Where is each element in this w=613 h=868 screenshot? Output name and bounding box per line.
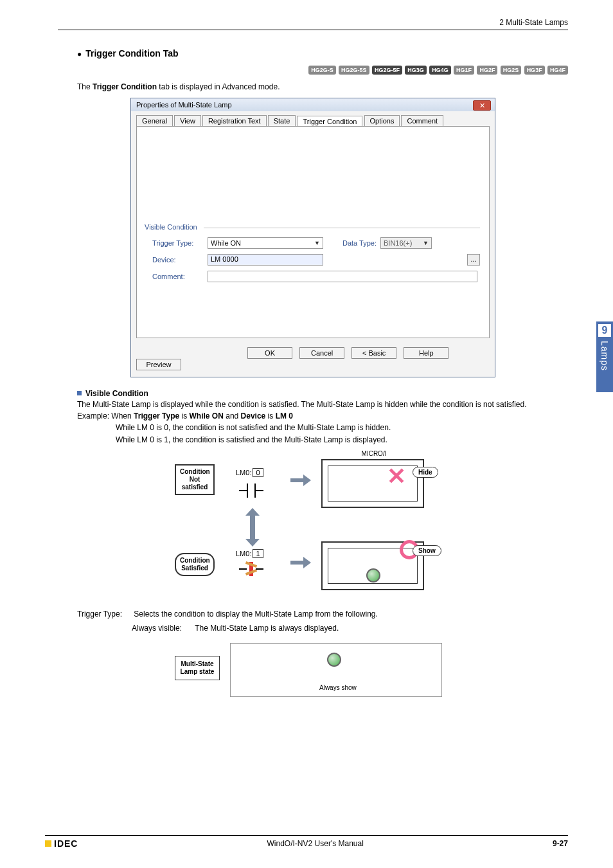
- trigger-type-term: Trigger Type:: [77, 610, 132, 619]
- microi-label: MICRO/I: [348, 450, 400, 457]
- fieldset-label: Visible Condition: [145, 223, 197, 231]
- properties-dialog: Properties of Multi-State Lamp ✕ General…: [130, 98, 495, 377]
- badge: HG3F: [524, 66, 545, 75]
- tab-options[interactable]: Options: [364, 115, 400, 126]
- lm0-0: LM0:0: [236, 468, 263, 477]
- arrow-right-icon: [290, 558, 310, 567]
- device-browse-button[interactable]: ...: [467, 254, 480, 266]
- chapter-side-tab: 9 Lamps: [596, 321, 613, 392]
- trigger-type-desc: Selects the condition to display the Mul…: [134, 610, 378, 619]
- device-label: Device:: [152, 256, 208, 264]
- basic-button[interactable]: < Basic: [351, 347, 396, 359]
- preview-button[interactable]: Preview: [136, 359, 181, 370]
- badge: HG4G: [429, 66, 451, 75]
- hide-bubble: Hide: [413, 467, 438, 478]
- badge: HG2G-S: [308, 66, 336, 75]
- chapter-number: 9: [598, 324, 611, 337]
- always-visible-def: Always visible: The Multi-State Lamp is …: [132, 624, 568, 633]
- always-show-caption: Always show: [319, 684, 357, 691]
- device-input[interactable]: LM 0000: [208, 254, 323, 266]
- badge: HG2S: [501, 66, 522, 75]
- always-visible-term: Always visible:: [132, 624, 193, 633]
- tab-comment[interactable]: Comment: [401, 115, 443, 126]
- show-bubble: Show: [413, 545, 441, 556]
- cancel-button[interactable]: Cancel: [299, 347, 344, 359]
- breadcrumb: 2 Multi-State Lamps: [58, 18, 568, 27]
- dialog-body: Visible Condition Trigger Type: While ON…: [136, 126, 490, 338]
- badge: HG2G-5F: [372, 66, 402, 75]
- comment-label: Comment:: [152, 273, 208, 280]
- example-line: Example: When Trigger Type is While ON a…: [77, 411, 568, 421]
- visible-condition-body: The Multi-State Lamp is displayed while …: [77, 399, 568, 410]
- up-down-arrow-icon: [245, 514, 260, 540]
- page-number: 9-27: [553, 839, 568, 848]
- ok-button[interactable]: OK: [247, 347, 292, 359]
- hmi-screen-top: [321, 459, 424, 508]
- always-visible-desc: The Multi-State Lamp is always displayed…: [195, 624, 339, 633]
- badge: HG2F: [477, 66, 497, 75]
- dialog-title: Properties of Multi-State Lamp: [136, 101, 232, 109]
- brand-logo: IDEC: [45, 838, 78, 849]
- intro-text: The Trigger Condition tab is displayed i…: [77, 82, 568, 91]
- dialog-button-row: OK Cancel < Basic Help Preview: [131, 343, 495, 377]
- chapter-label: Lamps: [600, 341, 610, 371]
- condition-satisfied-box: ConditionSatisfied: [175, 553, 215, 576]
- badge: HG1F: [454, 66, 474, 75]
- hide-x-icon: ✕: [387, 463, 406, 490]
- tab-general[interactable]: General: [136, 115, 173, 126]
- footer-center: WindO/I-NV2 User's Manual: [267, 839, 364, 848]
- visible-condition-heading: Visible Condition: [77, 389, 568, 398]
- multistate-lamp-state-box: Multi-StateLamp state: [175, 656, 220, 680]
- fieldset-line: [204, 228, 480, 228]
- example-line-3: While LM 0 is 1, the condition is satisf…: [116, 435, 568, 445]
- tab-registration-text[interactable]: Registration Text: [202, 115, 267, 126]
- square-bullet-icon: [77, 391, 82, 395]
- header-rule: [58, 30, 568, 30]
- tab-trigger-condition[interactable]: Trigger Condition: [297, 116, 362, 127]
- section-title-suffix: Tab: [161, 48, 179, 59]
- close-button[interactable]: ✕: [473, 100, 491, 111]
- trigger-type-label: Trigger Type:: [152, 239, 208, 247]
- chevron-down-icon: ▼: [314, 240, 320, 246]
- brand-square-icon: [45, 840, 51, 847]
- badge: HG2G-5S: [339, 66, 369, 75]
- tab-state[interactable]: State: [268, 115, 296, 126]
- section-title: Trigger Condition Tab: [77, 48, 568, 59]
- tab-view[interactable]: View: [174, 115, 201, 126]
- page-footer: IDEC WindO/I-NV2 User's Manual 9-27: [45, 835, 568, 849]
- comment-input[interactable]: [208, 271, 477, 282]
- badge: HG4F: [547, 66, 568, 75]
- chevron-down-icon: ▼: [423, 240, 429, 246]
- dialog-tabs: General View Registration Text State Tri…: [131, 111, 495, 126]
- trigger-type-select[interactable]: While ON▼: [208, 237, 323, 249]
- trigger-type-def: Trigger Type: Selects the condition to d…: [77, 610, 568, 619]
- dialog-titlebar: Properties of Multi-State Lamp ✕: [131, 98, 495, 111]
- section-title-bold: Trigger Condition: [85, 48, 161, 59]
- relay-open-icon: [239, 484, 265, 498]
- always-show-diagram: Multi-StateLamp state Always show: [175, 639, 451, 703]
- badge: HG3G: [405, 66, 427, 75]
- arrow-right-icon: [290, 476, 310, 485]
- example-line-2: While LM 0 is 0, the condition is not sa…: [116, 422, 568, 433]
- help-button[interactable]: Help: [404, 347, 449, 359]
- condition-diagram: MICRO/I ConditionNotsatisfied LM0:0 ✕ Hi…: [175, 451, 451, 599]
- data-type-label: Data Type:: [342, 239, 377, 247]
- model-badges: HG2G-S HG2G-5S HG2G-5F HG3G HG4G HG1F HG…: [58, 65, 568, 75]
- lamp-on-icon: [366, 568, 380, 583]
- lm0-1: LM0:1: [236, 549, 263, 558]
- lamp-on-icon: [327, 653, 341, 667]
- relay-closed-icon: [239, 562, 265, 576]
- condition-not-satisfied-box: ConditionNotsatisfied: [175, 464, 215, 495]
- data-type-select[interactable]: BIN16(+)▼: [380, 237, 432, 249]
